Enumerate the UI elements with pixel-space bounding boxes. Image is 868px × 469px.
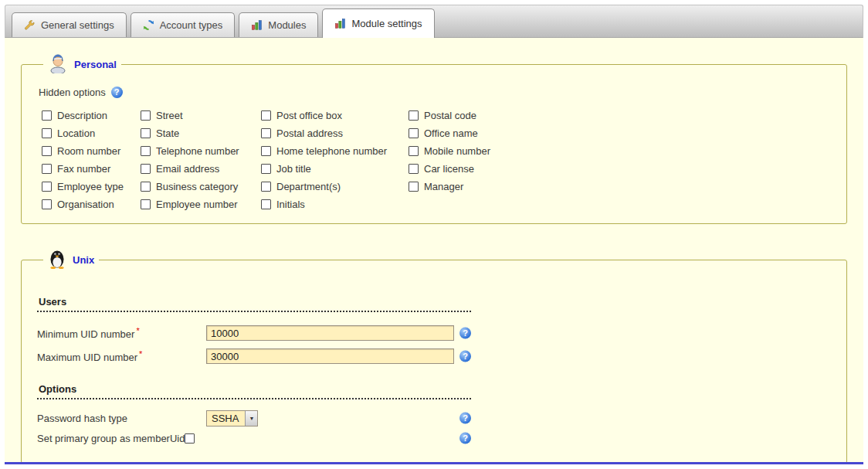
hidden-option-label: Postal code	[424, 110, 476, 121]
hidden-option[interactable]: Location	[42, 127, 141, 140]
hidden-option-checkbox[interactable]	[261, 146, 271, 156]
hidden-option[interactable]: Description	[42, 109, 141, 122]
hidden-option-label: Email address	[156, 163, 219, 175]
hidden-option[interactable]: Fax number	[42, 162, 141, 175]
tab-general-settings[interactable]: General settings	[12, 12, 127, 37]
min-uid-row: Minimum UID number* ?	[37, 325, 831, 342]
required-marker: *	[139, 349, 142, 359]
hidden-option-label: Telephone number	[156, 145, 239, 157]
hidden-option-checkbox[interactable]	[409, 182, 419, 192]
required-marker: *	[136, 326, 139, 335]
hidden-option[interactable]: Room number	[42, 144, 141, 158]
max-uid-row: Maximum UID number* ?	[37, 348, 831, 365]
hidden-option-checkbox[interactable]	[261, 128, 271, 138]
hidden-option-label: Home telephone number	[276, 145, 387, 157]
hidden-options-label: Hidden options	[39, 87, 106, 98]
hidden-option-checkbox[interactable]	[261, 164, 271, 174]
tab-label: Module settings	[351, 18, 422, 29]
hidden-option[interactable]: Business category	[141, 180, 261, 193]
hidden-option[interactable]: Email address	[141, 162, 261, 175]
hidden-option-checkbox[interactable]	[42, 110, 52, 121]
hidden-option-checkbox[interactable]	[42, 199, 52, 209]
hidden-option-checkbox[interactable]	[409, 146, 419, 156]
hidden-option-checkbox[interactable]	[42, 182, 52, 192]
tux-penguin-icon	[48, 249, 66, 271]
hidden-option[interactable]: Car license	[409, 162, 831, 175]
hidden-option-label: Initials	[276, 199, 305, 210]
hidden-option-label: Department(s)	[276, 181, 341, 192]
tab-bar: General settings Account types	[5, 5, 863, 38]
hidden-option[interactable]: Organisation	[42, 198, 141, 211]
hidden-option-label: Job title	[276, 163, 311, 175]
hidden-option[interactable]: Initials	[261, 198, 409, 211]
users-section-header: Users	[37, 296, 471, 312]
hidden-option-checkbox[interactable]	[261, 182, 271, 192]
person-icon	[48, 53, 68, 76]
tab-account-types[interactable]: Account types	[131, 12, 236, 37]
tab-label: General settings	[41, 19, 114, 31]
hidden-option-checkbox[interactable]	[409, 128, 419, 138]
hidden-option-checkbox[interactable]	[409, 164, 419, 174]
min-uid-label: Minimum UID number*	[37, 326, 206, 340]
hidden-option-checkbox[interactable]	[261, 110, 271, 121]
hidden-option-label: Office name	[424, 127, 478, 139]
hidden-option-label: Business category	[156, 181, 238, 192]
help-icon[interactable]: ?	[459, 328, 471, 339]
hidden-option[interactable]: Mobile number	[409, 144, 831, 158]
modules-icon	[251, 19, 263, 31]
help-icon[interactable]: ?	[459, 413, 471, 424]
hidden-option-checkbox[interactable]	[42, 128, 52, 138]
unix-title: Unix	[73, 254, 94, 266]
hidden-option-checkbox[interactable]	[141, 110, 151, 121]
hidden-option-checkbox[interactable]	[409, 110, 419, 121]
hidden-option-checkbox[interactable]	[141, 128, 151, 138]
hidden-option-label: Mobile number	[424, 145, 490, 157]
hidden-option-checkbox[interactable]	[42, 146, 52, 156]
hidden-option-checkbox[interactable]	[261, 199, 271, 209]
unix-legend: Unix	[43, 249, 99, 271]
password-hash-select[interactable]: SSHA ▼	[206, 410, 258, 427]
personal-legend: Personal	[43, 53, 121, 76]
tab-modules[interactable]: Modules	[239, 12, 318, 37]
app-frame: General settings Account types	[5, 5, 863, 464]
member-uid-checkbox[interactable]	[185, 433, 195, 444]
hidden-option[interactable]: Office name	[409, 127, 831, 140]
personal-section: Personal Hidden options ? Description St…	[21, 53, 847, 224]
hidden-option-label: State	[156, 127, 179, 139]
hidden-option-label: Street	[156, 110, 183, 121]
hidden-option-label: Fax number	[57, 163, 110, 175]
personal-title: Personal	[74, 59, 117, 70]
help-icon[interactable]: ?	[459, 433, 471, 444]
hidden-option-checkbox[interactable]	[141, 164, 151, 174]
account-types-icon	[143, 19, 154, 31]
hidden-option[interactable]: Postal address	[261, 127, 409, 140]
hidden-option-label: Employee type	[57, 181, 124, 192]
hidden-option[interactable]: State	[141, 127, 261, 140]
hidden-option-checkbox[interactable]	[141, 146, 151, 156]
max-uid-input[interactable]	[206, 348, 454, 364]
settings-content: Personal Hidden options ? Description St…	[5, 38, 863, 462]
tab-module-settings[interactable]: Module settings	[322, 8, 434, 38]
hidden-option[interactable]: Telephone number	[141, 144, 261, 158]
member-uid-label: Set primary group as memberUid	[37, 433, 185, 444]
hidden-option-label: Postal address	[276, 127, 343, 139]
hidden-option[interactable]: Job title	[261, 162, 409, 175]
hidden-option[interactable]: Department(s)	[261, 180, 409, 193]
help-icon[interactable]: ?	[111, 87, 123, 98]
max-uid-label: Maximum UID number*	[37, 349, 206, 363]
module-settings-icon	[334, 18, 346, 29]
chevron-down-icon: ▼	[245, 411, 257, 426]
help-icon[interactable]: ?	[459, 351, 471, 362]
hidden-option-checkbox[interactable]	[141, 182, 151, 192]
hidden-option[interactable]: Manager	[409, 180, 831, 193]
tab-label: Modules	[268, 19, 306, 31]
hidden-option[interactable]: Home telephone number	[261, 144, 409, 158]
min-uid-input[interactable]	[206, 325, 454, 341]
hidden-option-checkbox[interactable]	[42, 164, 52, 174]
hidden-option-checkbox[interactable]	[141, 199, 151, 209]
hidden-option[interactable]: Postal code	[409, 109, 831, 122]
hidden-option[interactable]: Employee number	[141, 198, 261, 211]
hidden-option[interactable]: Post office box	[261, 109, 409, 122]
hidden-option[interactable]: Employee type	[42, 180, 141, 193]
hidden-option[interactable]: Street	[141, 109, 261, 122]
